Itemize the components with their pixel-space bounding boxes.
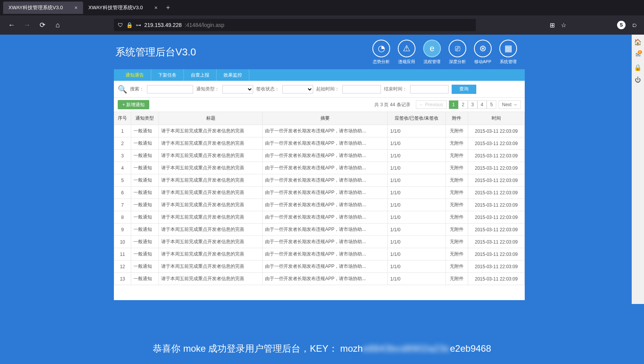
- end-date-input[interactable]: [410, 85, 449, 94]
- table-row[interactable]: 11 一般通知 请于本周五前完成重点开发者信息的完善 由于一些开发者长期发布违规…: [114, 248, 525, 260]
- lock-icon[interactable]: 🔒: [634, 64, 642, 71]
- header-nav-4[interactable]: ⊛移动APP: [474, 40, 492, 65]
- new-tab-button[interactable]: +: [166, 4, 170, 12]
- header-nav-label: 态势分析: [373, 59, 390, 65]
- cell-sign: 1/1/0: [388, 224, 446, 236]
- cell-time: 2015-03-11 22:03:09: [468, 260, 524, 273]
- home-icon[interactable]: 🏠: [634, 38, 642, 46]
- cell-title: 请于本周五前完成重点开发者信息的完善: [158, 248, 263, 260]
- close-icon[interactable]: ×: [75, 5, 78, 11]
- header-nav-label: 移动APP: [474, 59, 491, 65]
- prev-button[interactable]: ← Previous: [416, 100, 447, 109]
- table-row[interactable]: 12 一般通知 请于本周五前完成重点开发者信息的完善 由于一些开发者长期发布违规…: [114, 260, 525, 273]
- mail-icon[interactable]: ✉6: [636, 51, 641, 58]
- table-row[interactable]: 8 一般通知 请于本周五前完成重点开发者信息的完善 由于一些开发者长期发布违规A…: [114, 211, 525, 224]
- type-select[interactable]: [222, 85, 253, 94]
- cell-idx: 8: [114, 211, 131, 224]
- power-icon[interactable]: ⏻: [635, 77, 641, 83]
- cell-sign: 1/1/0: [388, 199, 446, 211]
- page-number-3[interactable]: 3: [468, 100, 477, 109]
- table-header: 摘要: [263, 112, 388, 125]
- table-row[interactable]: 4 一般通知 请于本周五前完成重点开发者信息的完善 由于一些开发者长期发布违规A…: [114, 162, 525, 174]
- table-row[interactable]: 2 一般通知 请于本周五前完成重点开发者信息的完善 由于一些开发者长期发布违规A…: [114, 137, 525, 150]
- header-nav-5[interactable]: ▦系统管理: [499, 40, 517, 65]
- query-button[interactable]: 查询: [452, 85, 476, 94]
- cell-attach: 无附件: [446, 273, 468, 285]
- cell-type: 一般通知: [131, 174, 158, 187]
- pagination: 共 3 页 44 条记录 ← Previous 12345 Next →: [374, 100, 521, 109]
- table-row[interactable]: 5 一般通知 请于本周五前完成重点开发者信息的完善 由于一些开发者长期发布违规A…: [114, 174, 525, 187]
- table-row[interactable]: 6 一般通知 请于本周五前完成重点开发者信息的完善 由于一些开发者长期发布违规A…: [114, 187, 525, 199]
- cell-title: 请于本周五前完成重点开发者信息的完善: [158, 187, 263, 199]
- cell-sign: 1/1/0: [388, 125, 446, 137]
- add-button[interactable]: + 新增通知: [118, 100, 149, 109]
- page-number-1[interactable]: 1: [449, 100, 459, 109]
- table-row[interactable]: 3 一般通知 请于本周五前完成重点开发者信息的完善 由于一些开发者长期发布违规A…: [114, 150, 525, 162]
- header-nav-1[interactable]: ⚠违规应用: [398, 40, 415, 65]
- url-path: :41484/login.asp: [185, 22, 224, 28]
- cell-sign: 1/1/0: [388, 211, 446, 224]
- page-title: 系统管理后台V3.0: [114, 45, 196, 59]
- header-nav-0[interactable]: ◔态势分析: [372, 40, 390, 65]
- footer-key-start: mozh: [340, 343, 363, 354]
- subnav-item-0[interactable]: 通知通告: [118, 69, 151, 81]
- browser-tab-1[interactable]: XWAY科技管理系统V3.0 ×: [3, 2, 83, 14]
- start-label: 起始时间：: [316, 86, 339, 92]
- cell-idx: 12: [114, 260, 131, 273]
- bookmark-icon[interactable]: ☆: [561, 22, 566, 29]
- table-header: 通知类型: [131, 112, 158, 125]
- back-button[interactable]: ←: [6, 20, 17, 30]
- header-nav-2[interactable]: e流程管理: [423, 40, 441, 65]
- qr-icon[interactable]: ⊞: [550, 22, 555, 29]
- cell-attach: 无附件: [446, 211, 468, 224]
- main-content: 🔍 搜索： 通知类型： 签收状态： 起始时间： 结束时间： 查询 + 新增通知 …: [114, 81, 525, 300]
- cell-attach: 无附件: [446, 224, 468, 236]
- page-number-2[interactable]: 2: [458, 100, 468, 109]
- start-date-input[interactable]: [342, 85, 381, 94]
- cell-sign: 1/1/0: [388, 187, 446, 199]
- table-header: 序号: [114, 112, 131, 125]
- table-row[interactable]: 13 一般通知 请于本周五前完成重点开发者信息的完善 由于一些开发者长期发布违规…: [114, 273, 525, 285]
- search-input[interactable]: [147, 85, 193, 94]
- table-row[interactable]: 10 一般通知 请于本周五前完成重点开发者信息的完善 由于一些开发者长期发布违规…: [114, 236, 525, 248]
- search-label: 搜索：: [130, 86, 144, 92]
- footer-key-end: e2eb9468: [450, 343, 491, 354]
- header-nav-3[interactable]: ⎚深度分析: [449, 40, 466, 65]
- avatar[interactable]: S: [617, 21, 626, 29]
- cell-type: 一般通知: [131, 236, 158, 248]
- browser-toolbar: ← → ⟳ ⌂ 🛡 🔒 ⊶ 219.153.49.228:41484/login…: [0, 15, 644, 35]
- header-nav-icon: ⊛: [474, 40, 492, 57]
- page-number-5[interactable]: 5: [487, 100, 496, 109]
- table-row[interactable]: 9 一般通知 请于本周五前完成重点开发者信息的完善 由于一些开发者长期发布违规A…: [114, 224, 525, 236]
- table-row[interactable]: 7 一般通知 请于本周五前完成重点开发者信息的完善 由于一些开发者长期发布违规A…: [114, 199, 525, 211]
- table-header: 应签收/已签收/未签收: [388, 112, 446, 125]
- status-label: 签收状态：: [256, 86, 279, 92]
- header-nav-icon: ◔: [372, 40, 390, 57]
- next-button[interactable]: Next →: [499, 100, 521, 109]
- cell-sign: 1/1/0: [388, 137, 446, 150]
- close-icon[interactable]: ×: [154, 5, 157, 11]
- status-select[interactable]: [282, 85, 313, 94]
- subnav-item-1[interactable]: 下架任务: [151, 69, 184, 81]
- cell-time: 2015-03-11 22:03:09: [468, 162, 524, 174]
- cell-time: 2015-03-11 22:03:09: [468, 125, 524, 137]
- search-bar: 🔍 搜索： 通知类型： 签收状态： 起始时间： 结束时间： 查询: [114, 81, 525, 98]
- cell-type: 一般通知: [131, 260, 158, 273]
- end-label: 结束时间：: [384, 86, 407, 92]
- puzzle-icon[interactable]: ⫐: [632, 22, 638, 28]
- cell-type: 一般通知: [131, 125, 158, 137]
- cell-sign: 1/1/0: [388, 174, 446, 187]
- mail-badge: 6: [638, 50, 642, 54]
- subnav-item-2[interactable]: 自查上报: [184, 69, 217, 81]
- browser-tab-2[interactable]: XWAY科技管理系统V3.0 ×: [83, 2, 163, 14]
- reload-button[interactable]: ⟳: [37, 20, 48, 30]
- cell-time: 2015-03-11 22:03:09: [468, 150, 524, 162]
- type-label: 通知类型：: [196, 86, 219, 92]
- home-button[interactable]: ⌂: [52, 20, 63, 30]
- cell-idx: 7: [114, 199, 131, 211]
- page-number-4[interactable]: 4: [477, 100, 487, 109]
- subnav-item-3[interactable]: 效果监控: [217, 69, 249, 81]
- url-bar[interactable]: 🛡 🔒 ⊶ 219.153.49.228:41484/login.asp: [114, 19, 476, 31]
- table-row[interactable]: 1 一般通知 请于本周五前完成重点开发者信息的完善 由于一些开发者长期发布违规A…: [114, 125, 525, 137]
- forward-button[interactable]: →: [22, 20, 32, 30]
